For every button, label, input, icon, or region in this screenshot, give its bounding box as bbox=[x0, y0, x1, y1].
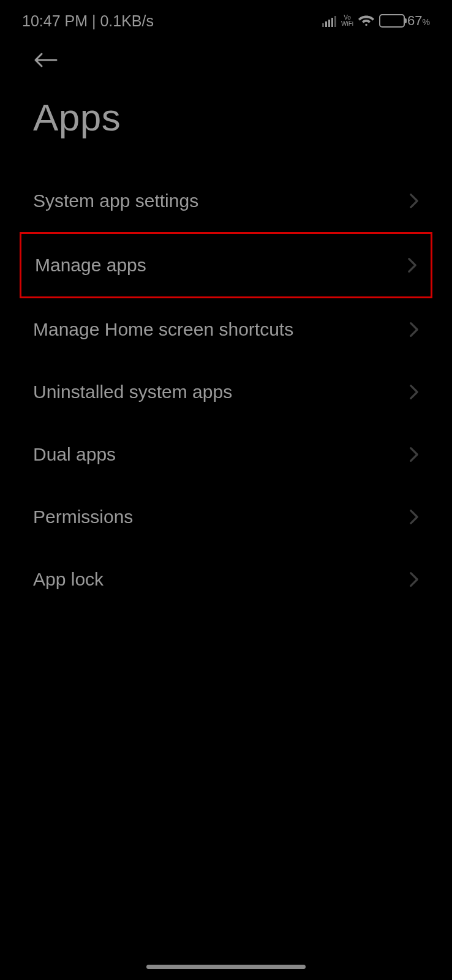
battery-indicator: 67% bbox=[379, 13, 430, 29]
battery-percent: 67% bbox=[407, 13, 430, 29]
menu-label: Uninstalled system apps bbox=[33, 382, 232, 402]
chevron-right-icon bbox=[409, 193, 419, 209]
wifi-icon bbox=[358, 13, 374, 28]
menu-list: System app settings Manage apps Manage H… bbox=[0, 164, 452, 617]
menu-item-dual-apps[interactable]: Dual apps bbox=[0, 423, 452, 486]
status-time-network: 10:47 PM | 0.1KB/s bbox=[22, 12, 154, 30]
menu-label: Dual apps bbox=[33, 444, 116, 465]
menu-label: System app settings bbox=[33, 190, 198, 211]
vowifi-bottom: WiFi bbox=[341, 21, 353, 27]
chevron-right-icon bbox=[409, 509, 419, 525]
menu-item-system-app-settings[interactable]: System app settings bbox=[0, 170, 452, 232]
chevron-right-icon bbox=[409, 384, 419, 400]
menu-label: Permissions bbox=[33, 507, 133, 527]
back-button[interactable] bbox=[33, 48, 58, 72]
menu-item-permissions[interactable]: Permissions bbox=[0, 486, 452, 548]
page-title: Apps bbox=[0, 78, 452, 164]
chevron-right-icon bbox=[409, 571, 419, 587]
menu-item-manage-apps[interactable]: Manage apps bbox=[20, 232, 432, 298]
status-icons: Vo WiFi 67% bbox=[322, 13, 430, 29]
battery-icon bbox=[379, 14, 405, 28]
arrow-left-icon bbox=[33, 51, 58, 69]
vowifi-icon: Vo WiFi bbox=[341, 15, 353, 27]
status-bar: 10:47 PM | 0.1KB/s Vo WiFi 67% bbox=[0, 0, 452, 37]
home-indicator[interactable] bbox=[146, 965, 306, 969]
chevron-right-icon bbox=[409, 447, 419, 462]
signal-icon bbox=[322, 15, 336, 27]
menu-item-app-lock[interactable]: App lock bbox=[0, 548, 452, 611]
menu-item-manage-home-shortcuts[interactable]: Manage Home screen shortcuts bbox=[0, 298, 452, 361]
chevron-right-icon bbox=[409, 322, 419, 337]
menu-label: App lock bbox=[33, 569, 104, 590]
chevron-right-icon bbox=[407, 257, 417, 273]
menu-label: Manage Home screen shortcuts bbox=[33, 319, 293, 340]
menu-label: Manage apps bbox=[35, 255, 146, 276]
menu-item-uninstalled-system-apps[interactable]: Uninstalled system apps bbox=[0, 361, 452, 423]
